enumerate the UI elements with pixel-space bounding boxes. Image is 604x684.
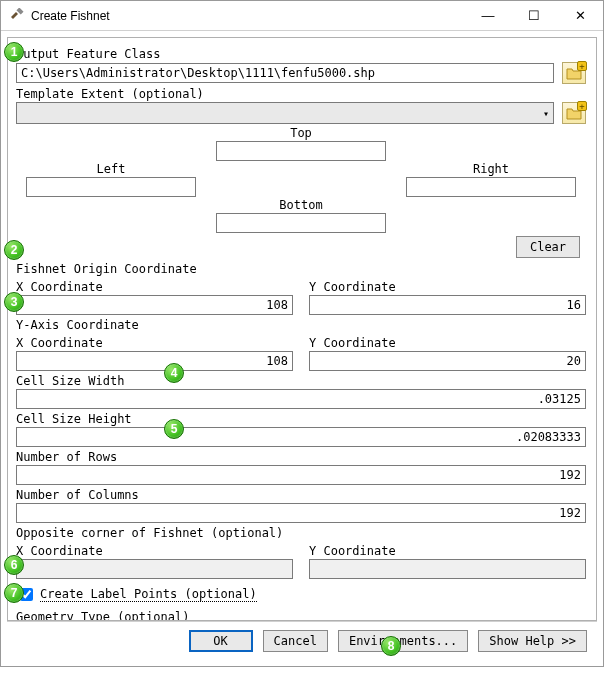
- annotation-marker-8: 8: [381, 636, 401, 656]
- ok-button[interactable]: OK: [189, 630, 253, 652]
- template-extent-select[interactable]: ▾: [16, 102, 554, 124]
- opposite-section: Opposite corner of Fishnet (optional): [16, 526, 586, 540]
- cell-width-label: Cell Size Width: [16, 374, 586, 388]
- close-button[interactable]: ✕: [557, 1, 603, 31]
- create-labels-label[interactable]: Create Label Points (optional): [40, 587, 257, 602]
- template-extent-browse-button[interactable]: +: [562, 102, 586, 124]
- yaxis-section: Y-Axis Coordinate: [16, 318, 586, 332]
- origin-y-label: Y Coordinate: [309, 280, 586, 294]
- annotation-marker-5: 5: [164, 419, 184, 439]
- yaxis-y-input[interactable]: [309, 351, 586, 371]
- window: Create Fishnet — ☐ ✕ Output Feature Clas…: [0, 0, 604, 667]
- origin-section: Fishnet Origin Coordinate: [16, 262, 586, 276]
- annotation-marker-7: 7: [4, 583, 24, 603]
- rows-input[interactable]: [16, 465, 586, 485]
- geom-label: Geometry Type (optional): [16, 610, 586, 621]
- annotation-marker-4: 4: [164, 363, 184, 383]
- opposite-y-input[interactable]: [309, 559, 586, 579]
- clear-button[interactable]: Clear: [516, 236, 580, 258]
- minimize-button[interactable]: —: [465, 1, 511, 31]
- cell-height-label: Cell Size Height: [16, 412, 586, 426]
- rows-label: Number of Rows: [16, 450, 586, 464]
- extent-left-label: Left: [16, 162, 206, 176]
- content-wrapper: Output Feature Class + Template Extent (…: [1, 31, 603, 666]
- origin-y-input[interactable]: [309, 295, 586, 315]
- yaxis-x-input[interactable]: [16, 351, 293, 371]
- button-bar: OK Cancel Environments... Show Help >>: [7, 621, 597, 660]
- titlebar: Create Fishnet — ☐ ✕: [1, 1, 603, 31]
- opposite-x-input[interactable]: [16, 559, 293, 579]
- plus-icon: +: [577, 61, 587, 71]
- origin-x-label: X Coordinate: [16, 280, 293, 294]
- extent-top-input[interactable]: [216, 141, 386, 161]
- extent-top-label: Top: [206, 126, 396, 140]
- show-help-button[interactable]: Show Help >>: [478, 630, 587, 652]
- cell-width-input[interactable]: [16, 389, 586, 409]
- yaxis-y-label: Y Coordinate: [309, 336, 586, 350]
- opposite-y-label: Y Coordinate: [309, 544, 586, 558]
- origin-x-input[interactable]: [16, 295, 293, 315]
- extent-right-label: Right: [396, 162, 586, 176]
- annotation-marker-3: 3: [4, 292, 24, 312]
- window-title: Create Fishnet: [31, 9, 110, 23]
- cancel-button[interactable]: Cancel: [263, 630, 328, 652]
- extent-grid: Top Left Right Bottom Clear: [16, 126, 586, 258]
- yaxis-x-label: X Coordinate: [16, 336, 293, 350]
- chevron-down-icon: ▾: [543, 108, 549, 119]
- annotation-marker-6: 6: [4, 555, 24, 575]
- output-browse-button[interactable]: +: [562, 62, 586, 84]
- cols-input[interactable]: [16, 503, 586, 523]
- output-label: Output Feature Class: [16, 47, 586, 61]
- cell-height-input[interactable]: [16, 427, 586, 447]
- environments-button[interactable]: Environments...: [338, 630, 468, 652]
- form-area: Output Feature Class + Template Extent (…: [7, 37, 597, 621]
- opposite-x-label: X Coordinate: [16, 544, 293, 558]
- plus-icon: +: [577, 101, 587, 111]
- maximize-button[interactable]: ☐: [511, 1, 557, 31]
- hammer-icon: [9, 8, 25, 24]
- extent-right-input[interactable]: [406, 177, 576, 197]
- annotation-marker-2: 2: [4, 240, 24, 260]
- extent-bottom-input[interactable]: [216, 213, 386, 233]
- cols-label: Number of Columns: [16, 488, 586, 502]
- annotation-marker-1: 1: [4, 42, 24, 62]
- extent-left-input[interactable]: [26, 177, 196, 197]
- output-input[interactable]: [16, 63, 554, 83]
- template-extent-label: Template Extent (optional): [16, 87, 586, 101]
- extent-bottom-label: Bottom: [206, 198, 396, 212]
